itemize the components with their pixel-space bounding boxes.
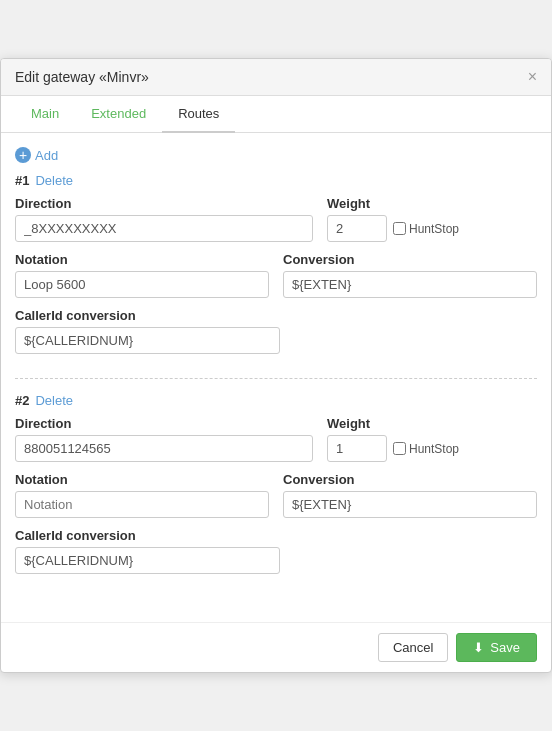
modal-title: Edit gateway «Minvr» (15, 69, 149, 85)
route-1-notation-conversion-row: Notation Conversion (15, 252, 537, 298)
route-1-callerid-group: CallerId conversion (15, 308, 537, 354)
route-2-conversion-input[interactable] (283, 491, 537, 518)
modal-footer: Cancel ⬇ Save (1, 622, 551, 672)
route-1-notation-label: Notation (15, 252, 269, 267)
route-2-direction-label: Direction (15, 416, 313, 431)
route-1-dir-weight-row: Direction Weight HuntStop (15, 196, 537, 242)
route-1-weight-label: Weight (327, 196, 537, 211)
add-icon: + (15, 147, 31, 163)
tab-bar: Main Extended Routes (1, 96, 551, 133)
save-button[interactable]: ⬇ Save (456, 633, 537, 662)
route-1-weight-group: Weight HuntStop (327, 196, 537, 242)
route-2-header: #2 Delete (15, 393, 537, 408)
save-label: Save (490, 640, 520, 655)
route-2-conversion-group: Conversion (283, 472, 537, 518)
route-1-callerid-row: CallerId conversion (15, 308, 537, 354)
cancel-button[interactable]: Cancel (378, 633, 448, 662)
route-1-conversion-group: Conversion (283, 252, 537, 298)
add-label: Add (35, 148, 58, 163)
route-1-weight-input[interactable] (327, 215, 387, 242)
add-route-button[interactable]: + Add (15, 147, 58, 163)
tab-extended[interactable]: Extended (75, 96, 162, 133)
route-2-weight-label: Weight (327, 416, 537, 431)
route-1-conversion-label: Conversion (283, 252, 537, 267)
route-1-delete[interactable]: Delete (35, 173, 73, 188)
route-2-num: #2 (15, 393, 29, 408)
modal-body: + Add #1 Delete Direction Weight (1, 133, 551, 622)
route-2-weight-input[interactable] (327, 435, 387, 462)
route-1-callerid-label: CallerId conversion (15, 308, 537, 323)
tab-routes[interactable]: Routes (162, 96, 235, 133)
route-1-conversion-input[interactable] (283, 271, 537, 298)
route-2-weight-group: Weight HuntStop (327, 416, 537, 462)
save-icon: ⬇ (473, 640, 484, 655)
route-2-weight-row: HuntStop (327, 435, 537, 462)
route-1-notation-group: Notation (15, 252, 269, 298)
edit-gateway-modal: Edit gateway «Minvr» × Main Extended Rou… (0, 58, 552, 673)
route-2-callerid-group: CallerId conversion (15, 528, 537, 574)
route-2-notation-input[interactable] (15, 491, 269, 518)
route-1-callerid-input[interactable] (15, 327, 280, 354)
route-2-callerid-label: CallerId conversion (15, 528, 537, 543)
route-section-2: #2 Delete Direction Weight HuntStop (15, 393, 537, 598)
modal-header: Edit gateway «Minvr» × (1, 59, 551, 96)
route-2-conversion-label: Conversion (283, 472, 537, 487)
route-1-direction-input[interactable] (15, 215, 313, 242)
close-button[interactable]: × (528, 69, 537, 85)
route-1-num: #1 (15, 173, 29, 188)
route-1-weight-row: HuntStop (327, 215, 537, 242)
route-1-direction-label: Direction (15, 196, 313, 211)
route-2-callerid-input[interactable] (15, 547, 280, 574)
route-2-huntstop-label: HuntStop (393, 442, 459, 456)
tab-main[interactable]: Main (15, 96, 75, 133)
route-1-huntstop-label: HuntStop (393, 222, 459, 236)
route-2-notation-conversion-row: Notation Conversion (15, 472, 537, 518)
route-1-notation-input[interactable] (15, 271, 269, 298)
route-1-header: #1 Delete (15, 173, 537, 188)
route-2-huntstop-checkbox[interactable] (393, 442, 406, 455)
route-1-huntstop-checkbox[interactable] (393, 222, 406, 235)
route-section-1: #1 Delete Direction Weight HuntStop (15, 173, 537, 379)
route-2-direction-group: Direction (15, 416, 313, 462)
route-2-notation-group: Notation (15, 472, 269, 518)
route-1-huntstop-text: HuntStop (409, 222, 459, 236)
route-2-direction-input[interactable] (15, 435, 313, 462)
route-1-direction-group: Direction (15, 196, 313, 242)
route-2-delete[interactable]: Delete (35, 393, 73, 408)
route-2-huntstop-text: HuntStop (409, 442, 459, 456)
route-2-callerid-row: CallerId conversion (15, 528, 537, 574)
route-2-dir-weight-row: Direction Weight HuntStop (15, 416, 537, 462)
route-2-notation-label: Notation (15, 472, 269, 487)
